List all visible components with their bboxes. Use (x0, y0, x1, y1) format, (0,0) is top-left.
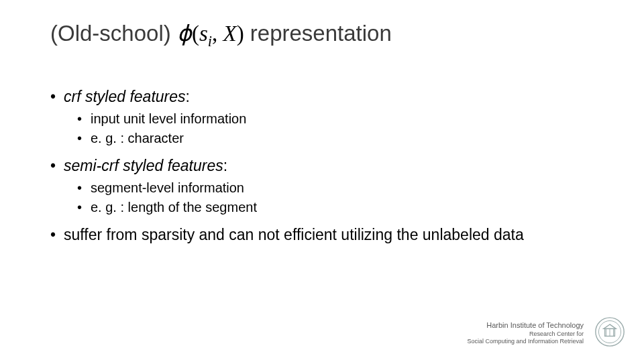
subbullet-segment-level: segment-level information (77, 180, 604, 196)
title-arg2-x: X (223, 21, 236, 46)
subbullet-text: e. g. : length of the segment (91, 200, 257, 215)
institution-logo-icon (594, 316, 625, 347)
title-math-close: ) (237, 21, 244, 46)
footer-attribution: Harbin Institute of Technology Research … (467, 320, 584, 346)
title-prefix: (Old-school) (50, 21, 177, 46)
subbullet-text: segment-level information (91, 180, 244, 195)
footer-line-3: Social Computing and Information Retriev… (467, 338, 584, 346)
bullet-colon: : (186, 88, 190, 105)
subbullet-text: e. g. : character (91, 131, 184, 145)
slide: (Old-school) ϕ(si, X) representation crf… (0, 0, 644, 362)
subbullet-text: input unit level information (91, 111, 246, 126)
title-suffix: representation (250, 21, 392, 46)
bullet-text: crf styled features (64, 88, 186, 105)
bullet-colon: : (223, 157, 227, 174)
title-phi: ϕ (177, 21, 192, 46)
title-arg1: si (199, 21, 212, 46)
bullet-group-1: crf styled features: input unit level in… (50, 87, 604, 147)
bullet-semi-crf-features: semi-crf styled features: (50, 156, 604, 176)
bullet-text: suffer from sparsity and can not efficie… (64, 226, 524, 243)
svg-marker-3 (604, 324, 616, 328)
slide-title: (Old-school) ϕ(si, X) representation (50, 20, 392, 50)
subbullet-eg-length: e. g. : length of the segment (77, 199, 604, 216)
bullet-sparsity: suffer from sparsity and can not efficie… (50, 225, 604, 245)
title-arg1-s: s (199, 21, 208, 46)
footer-line-1: Harbin Institute of Technology (467, 320, 584, 330)
bullet-group-2: semi-crf styled features: segment-level … (50, 156, 604, 216)
title-math-open: ( (192, 21, 199, 46)
content-body: crf styled features: input unit level in… (50, 87, 604, 253)
title-arg2: X (223, 21, 236, 46)
title-comma: , (212, 21, 223, 46)
bullet-text: semi-crf styled features (64, 157, 223, 174)
subbullet-input-unit: input unit level information (77, 111, 604, 127)
footer-line-2: Research Center for (467, 330, 584, 339)
bullet-crf-features: crf styled features: (50, 87, 604, 107)
bullet-group-3: suffer from sparsity and can not efficie… (50, 225, 604, 245)
subbullet-eg-character: e. g. : character (77, 130, 604, 147)
